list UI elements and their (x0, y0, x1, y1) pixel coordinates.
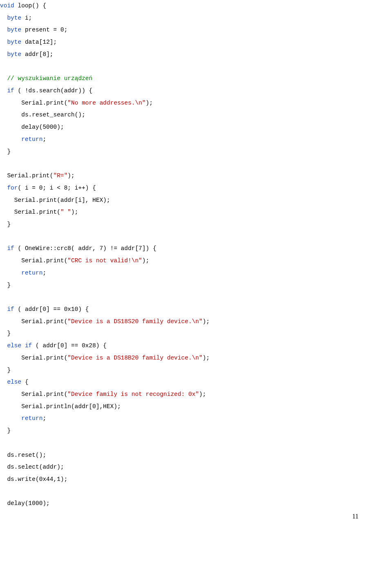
code-line: ds.select(addr); (0, 461, 368, 474)
code-line (0, 291, 368, 304)
code-segment: "R=" (53, 172, 68, 179)
code-line: Serial.print("Device family is not recog… (0, 389, 368, 401)
code-segment: ( OneWire::crc8( addr, 7) != addr[7]) { (14, 245, 156, 252)
code-segment: ); (203, 355, 209, 361)
code-segment: return (21, 136, 42, 143)
code-segment (0, 15, 7, 21)
code-segment: ); (199, 391, 206, 398)
code-line (0, 437, 368, 449)
code-segment: Serial.print( (0, 100, 67, 106)
code-segment: ; (42, 136, 46, 143)
code-segment: "Device family is not recognized: 0x" (67, 391, 199, 398)
code-segment: ); (67, 172, 74, 179)
code-segment: ds.reset(); (0, 452, 46, 458)
code-segment: ); (71, 209, 78, 215)
code-segment: i; (21, 15, 32, 21)
code-line: } (0, 279, 368, 292)
code-segment: " " (60, 209, 71, 215)
code-block: void loop() { byte i; byte present = 0; … (0, 0, 368, 510)
code-line: delay(5000); (0, 121, 368, 134)
code-segment: ); (142, 257, 149, 264)
code-line (0, 158, 368, 170)
code-segment: Serial.print(addr[i], HEX); (0, 197, 110, 203)
code-segment (0, 51, 7, 58)
code-segment (0, 87, 7, 94)
code-segment: ds.reset_search(); (0, 112, 85, 118)
code-segment: addr[8]; (21, 51, 53, 58)
code-segment: delay(1000); (0, 500, 50, 507)
code-segment (0, 379, 7, 385)
code-segment: { (21, 379, 28, 385)
code-line (0, 231, 368, 243)
code-line: for( i = 0; i < 8; i++) { (0, 182, 368, 194)
code-line: return; (0, 413, 368, 425)
code-line: return; (0, 134, 368, 146)
code-segment: } (0, 367, 11, 373)
code-segment: Serial.print( (0, 391, 67, 398)
code-line: Serial.print(" "); (0, 206, 368, 219)
code-segment: byte (7, 39, 21, 45)
code-segment (0, 39, 7, 45)
code-segment: Serial.print( (0, 355, 67, 361)
code-segment: ; (42, 415, 46, 422)
code-line: Serial.print("Device is a DS18S20 family… (0, 316, 368, 328)
code-line: } (0, 146, 368, 158)
code-segment (0, 270, 21, 276)
code-line: ds.write(0x44,1); (0, 474, 368, 486)
code-segment: } (0, 282, 11, 288)
code-segment: present = 0; (21, 27, 67, 33)
code-line: Serial.print("Device is a DS18B20 family… (0, 352, 368, 364)
code-line: if ( OneWire::crc8( addr, 7) != addr[7])… (0, 243, 368, 255)
code-segment: "CRC is not valid!\n" (67, 257, 142, 264)
code-segment: // wyszukiwanie urządzeń (7, 75, 92, 82)
code-line: if ( !ds.search(addr)) { (0, 85, 368, 97)
code-segment: } (0, 330, 11, 337)
code-line: return; (0, 267, 368, 279)
code-segment: Serial.print( (0, 257, 67, 264)
code-segment: "No more addresses.\n" (67, 100, 145, 106)
code-line: if ( addr[0] == 0x10) { (0, 304, 368, 316)
code-line: Serial.print(addr[i], HEX); (0, 194, 368, 207)
code-line: Serial.print("No more addresses.\n"); (0, 97, 368, 109)
code-segment: } (0, 427, 11, 434)
code-segment (0, 136, 21, 143)
code-line: void loop() { (0, 0, 368, 12)
code-segment: return (21, 415, 42, 422)
code-segment (0, 306, 7, 313)
code-line: } (0, 219, 368, 231)
code-segment: byte (7, 27, 21, 33)
code-segment: Serial.println(addr[0],HEX); (0, 403, 121, 410)
code-segment: byte (7, 51, 21, 58)
code-segment: Serial.print( (0, 172, 53, 179)
code-line: ds.reset_search(); (0, 109, 368, 121)
code-segment (0, 415, 21, 422)
code-segment: ); (146, 100, 153, 106)
code-line: byte addr[8]; (0, 49, 368, 61)
code-segment: void (0, 2, 14, 9)
code-segment: ; (42, 270, 46, 276)
code-segment: if (7, 306, 14, 313)
code-line: ds.reset(); (0, 449, 368, 462)
code-line: Serial.print("R="); (0, 170, 368, 182)
code-segment (0, 342, 7, 349)
code-segment: } (0, 148, 11, 155)
code-line: else { (0, 376, 368, 389)
code-segment: ); (203, 318, 209, 325)
page-number: 11 (0, 510, 368, 523)
code-segment: ( addr[0] == 0x10) { (14, 306, 89, 313)
code-segment: loop() { (14, 2, 46, 9)
code-segment: Serial.print( (0, 318, 67, 325)
code-segment (0, 75, 7, 82)
code-segment (0, 185, 7, 191)
code-segment: ( !ds.search(addr)) { (14, 87, 92, 94)
code-segment: ( addr[0] == 0x28) { (32, 342, 107, 349)
code-segment: Serial.print( (0, 209, 60, 215)
code-line: } (0, 425, 368, 437)
code-segment: else (7, 379, 21, 385)
code-line: } (0, 328, 368, 340)
code-segment: } (0, 221, 11, 228)
code-line: else if ( addr[0] == 0x28) { (0, 340, 368, 352)
code-line (0, 61, 368, 73)
code-segment: data[12]; (21, 39, 57, 45)
code-segment: if (7, 245, 14, 252)
